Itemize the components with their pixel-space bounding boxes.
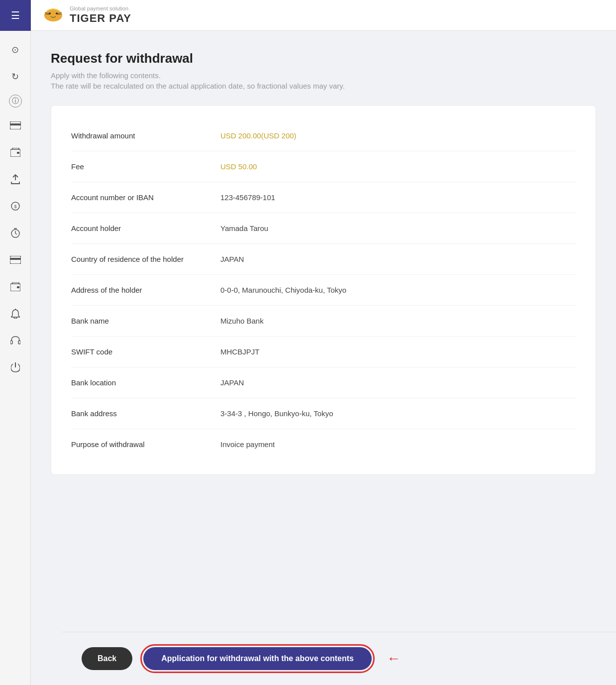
- field-label: Purpose of withdrawal: [71, 440, 220, 449]
- table-row: Bank address3-34-3 , Hongo, Bunkyo-ku, T…: [71, 398, 576, 429]
- field-value: MHCBJPJT: [220, 347, 576, 356]
- wallet-icon[interactable]: [6, 143, 24, 161]
- table-row: Account holderYamada Tarou: [71, 213, 576, 244]
- upload-icon[interactable]: [6, 170, 24, 188]
- field-value: JAPAN: [220, 378, 576, 387]
- table-row: SWIFT codeMHCBJPJT: [71, 337, 576, 367]
- svg-rect-15: [18, 341, 20, 344]
- field-label: SWIFT code: [71, 347, 220, 356]
- power-icon[interactable]: [6, 358, 24, 376]
- card-icon[interactable]: [6, 116, 24, 134]
- svg-point-16: [44, 9, 62, 21]
- sidebar: ☰ ⊙ ↻ ⓘ $: [0, 0, 31, 685]
- card2-icon[interactable]: [6, 251, 24, 269]
- page-title: Request for withdrawal: [51, 51, 596, 66]
- logo-text: Global payment solution TIGER PAY: [70, 5, 131, 24]
- svg-text:$: $: [14, 204, 16, 209]
- table-row: Purpose of withdrawalInvoice payment: [71, 429, 576, 459]
- headset-icon[interactable]: [6, 332, 24, 349]
- svg-point-18: [56, 12, 58, 14]
- table-row: Bank locationJAPAN: [71, 367, 576, 398]
- field-label: Bank location: [71, 378, 220, 387]
- svg-rect-1: [10, 123, 21, 125]
- sidebar-nav: ⊙ ↻ ⓘ $: [6, 31, 24, 685]
- timer-icon[interactable]: [6, 224, 24, 242]
- svg-line-8: [15, 233, 17, 234]
- wallet2-icon[interactable]: [6, 278, 24, 296]
- table-row: Withdrawal amountUSD 200.00(USD 200): [71, 120, 576, 151]
- table-row: Address of the holder0-0-0, Marunouchi, …: [71, 275, 576, 306]
- logo-area: Global payment solution TIGER PAY: [41, 5, 131, 24]
- exchange-icon[interactable]: $: [6, 197, 24, 215]
- transfer-icon[interactable]: ↻: [6, 68, 24, 86]
- withdrawal-details-card: Withdrawal amountUSD 200.00(USD 200)FeeU…: [51, 105, 596, 475]
- field-value: USD 200.00(USD 200): [220, 131, 576, 140]
- main-content: Request for withdrawal Apply with the fo…: [31, 31, 616, 685]
- field-value: 123-456789-101: [220, 193, 576, 202]
- svg-rect-3: [17, 152, 19, 154]
- page-subtitle2: The rate will be recalculated on the act…: [51, 82, 596, 90]
- svg-rect-13: [17, 286, 19, 288]
- svg-rect-14: [10, 341, 12, 344]
- info-icon[interactable]: ⓘ: [9, 95, 22, 108]
- bell-icon[interactable]: [6, 305, 24, 323]
- field-label: Withdrawal amount: [71, 131, 220, 140]
- field-label: Bank name: [71, 317, 220, 325]
- table-row: FeeUSD 50.00: [71, 151, 576, 182]
- svg-rect-11: [10, 258, 21, 260]
- topbar: Global payment solution TIGER PAY: [31, 0, 616, 31]
- field-value: USD 50.00: [220, 162, 576, 171]
- arrow-icon: ←: [387, 651, 401, 667]
- field-value: Yamada Tarou: [220, 224, 576, 232]
- field-value: Mizuho Bank: [220, 317, 576, 325]
- menu-button[interactable]: ☰: [0, 0, 31, 31]
- field-label: Bank address: [71, 409, 220, 418]
- dashboard-icon[interactable]: ⊙: [6, 41, 24, 59]
- apply-button-wrapper: Application for withdrawal with the abov…: [140, 644, 375, 673]
- action-bar: Back Application for withdrawal with the…: [62, 632, 616, 685]
- tiger-logo-icon: [41, 6, 66, 24]
- logo-brand: TIGER PAY: [70, 12, 131, 25]
- field-label: Fee: [71, 162, 220, 171]
- field-label: Country of residence of the holder: [71, 255, 220, 263]
- field-label: Address of the holder: [71, 286, 220, 294]
- field-value: Invoice payment: [220, 440, 576, 449]
- logo-tagline: Global payment solution: [70, 5, 131, 11]
- field-value: 0-0-0, Marunouchi, Chiyoda-ku, Tokyo: [220, 286, 576, 294]
- table-row: Account number or IBAN123-456789-101: [71, 182, 576, 213]
- table-row: Bank nameMizuho Bank: [71, 306, 576, 337]
- apply-button[interactable]: Application for withdrawal with the abov…: [143, 647, 372, 670]
- hamburger-icon: ☰: [11, 10, 20, 20]
- field-value: 3-34-3 , Hongo, Bunkyo-ku, Tokyo: [220, 409, 576, 418]
- table-row: Country of residence of the holderJAPAN: [71, 244, 576, 275]
- back-button[interactable]: Back: [82, 647, 132, 670]
- page-subtitle1: Apply with the following contents.: [51, 71, 596, 80]
- field-label: Account holder: [71, 224, 220, 232]
- field-label: Account number or IBAN: [71, 193, 220, 202]
- svg-point-17: [49, 12, 51, 14]
- field-value: JAPAN: [220, 255, 576, 263]
